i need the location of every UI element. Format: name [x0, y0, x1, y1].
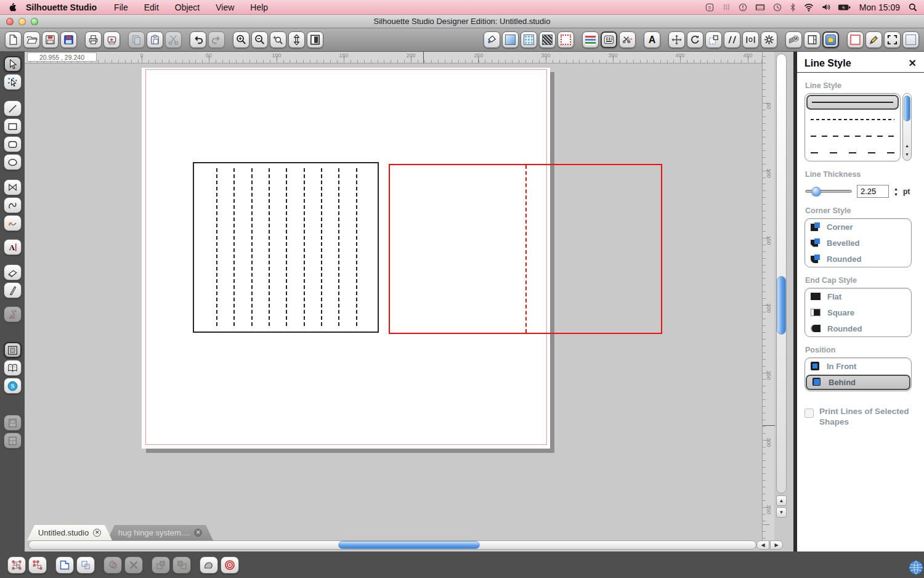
position-option-behind[interactable]: Behind	[806, 375, 910, 390]
paste-button[interactable]	[147, 31, 163, 48]
fit-to-page-button[interactable]	[307, 31, 323, 48]
scroll-left-button[interactable]: ◀	[756, 540, 769, 550]
point-edit-tool[interactable]	[4, 74, 22, 90]
sketch-pen-button[interactable]	[865, 31, 882, 48]
weld-button[interactable]	[103, 556, 122, 574]
line-tool[interactable]	[4, 100, 22, 116]
shear-button[interactable]	[724, 31, 740, 48]
vertical-scrollbar-thumb[interactable]	[777, 276, 786, 335]
store-tab[interactable]: S	[4, 378, 22, 394]
pan-button[interactable]	[288, 31, 305, 48]
thickness-slider[interactable]	[805, 190, 852, 193]
scroll-down-button[interactable]: ▼	[776, 507, 787, 518]
menu-object[interactable]: Object	[175, 2, 200, 12]
corner-option-rounded[interactable]: Rounded	[805, 251, 911, 267]
menu-help[interactable]: Help	[250, 2, 268, 12]
redo-button[interactable]	[208, 31, 225, 48]
fill-gradient-button[interactable]	[502, 31, 519, 48]
stepper-up-icon[interactable]: ▲	[894, 187, 898, 191]
line-style-option-dash-long[interactable]	[805, 144, 900, 161]
copy-button[interactable]	[128, 31, 145, 48]
modify-button[interactable]	[761, 31, 777, 48]
fill-pattern-button[interactable]	[521, 31, 537, 48]
fill-color-button[interactable]	[484, 31, 500, 48]
horizontal-scrollbar-thumb[interactable]	[338, 541, 480, 549]
library-tab[interactable]	[4, 360, 22, 376]
panel-close-icon[interactable]: ✕	[909, 57, 917, 69]
display-icon[interactable]	[755, 2, 766, 12]
list-scroll-up-icon[interactable]: ▲	[903, 142, 911, 150]
registration-marks-button[interactable]	[884, 31, 901, 48]
columns-icon[interactable]	[721, 2, 731, 12]
print-lines-checkbox[interactable]	[804, 409, 814, 418]
send-to-silhouette-button[interactable]	[103, 31, 120, 48]
thickness-slider-thumb[interactable]	[811, 187, 821, 197]
red-dashed-fold-line[interactable]	[525, 165, 527, 333]
freehand-tool[interactable]	[4, 215, 22, 231]
alert-icon[interactable]	[738, 2, 748, 12]
menu-view[interactable]: View	[216, 2, 234, 12]
advanced-pattern-button[interactable]	[539, 31, 556, 48]
line-style-option-dash-medium[interactable]	[805, 128, 900, 144]
preferences-button[interactable]	[804, 31, 821, 48]
canvas-workspace[interactable]: 0 50 100 150 200 250 300 350 400 450 20.…	[25, 52, 793, 552]
globe-icon[interactable]	[907, 559, 923, 577]
corner-option-corner[interactable]: Corner	[805, 219, 911, 235]
wifi-icon[interactable]	[803, 2, 814, 12]
group-button[interactable]	[7, 556, 26, 574]
end-cap-option-rounded[interactable]: Rounded	[805, 320, 911, 336]
send-backward-button[interactable]	[172, 556, 191, 574]
new-document-button[interactable]	[5, 31, 22, 48]
battery-icon[interactable]	[838, 3, 851, 12]
modify-tool[interactable]	[4, 306, 22, 322]
save-button[interactable]	[42, 31, 59, 48]
shape-black-rectangle[interactable]	[193, 162, 379, 333]
tab-close-icon[interactable]: ✕	[93, 529, 101, 537]
delete-button[interactable]	[124, 556, 143, 574]
end-cap-option-square[interactable]: Square	[805, 304, 911, 320]
scale-button[interactable]	[705, 31, 722, 48]
text-style-button[interactable]: A	[644, 31, 660, 48]
menu-edit[interactable]: Edit	[144, 2, 159, 12]
page-tools-tab[interactable]	[4, 342, 22, 358]
corner-option-bevelled[interactable]: Bevelled	[805, 235, 911, 251]
release-compound-path-button[interactable]	[76, 556, 95, 574]
drag-zoom-button[interactable]	[270, 31, 286, 48]
spotlight-search-icon[interactable]	[908, 2, 918, 12]
thickness-value-field[interactable]	[857, 185, 889, 198]
tab-untitled[interactable]: Untitled.studio ✕	[27, 525, 112, 540]
list-scrollbar-thumb[interactable]	[904, 96, 910, 121]
menu-clock[interactable]: Mon 15:09	[859, 2, 900, 12]
zoom-out-button[interactable]	[251, 31, 268, 48]
offset-button[interactable]	[200, 556, 218, 574]
volume-icon[interactable]	[821, 2, 831, 12]
select-tool[interactable]	[4, 56, 22, 72]
text-tool[interactable]: A	[4, 239, 22, 255]
line-style-button[interactable]	[601, 31, 617, 48]
app-menu-title[interactable]: Silhouette Studio	[26, 2, 97, 12]
ellipse-tool[interactable]	[4, 154, 22, 170]
page-panel-tool[interactable]	[4, 415, 22, 431]
tab-close-icon[interactable]: ✕	[194, 529, 202, 537]
transform-button[interactable]	[668, 31, 685, 48]
rectangle-tool[interactable]	[4, 118, 22, 134]
rotate-button[interactable]	[687, 31, 703, 48]
scroll-up-button[interactable]: ▲	[776, 495, 787, 506]
line-style-option-dash-small[interactable]	[805, 111, 900, 128]
grid-settings-button[interactable]	[902, 31, 919, 48]
bluetooth-icon[interactable]	[789, 2, 796, 12]
scroll-right-button[interactable]: ▶	[770, 540, 783, 550]
print-button[interactable]	[85, 31, 102, 48]
tab-hug-hinge-system[interactable]: hug hinge system.... ✕	[107, 525, 213, 540]
polygon-tool[interactable]	[4, 179, 22, 195]
media-layout-button[interactable]	[822, 31, 839, 48]
trace-button[interactable]: M	[785, 31, 802, 48]
knife-tool[interactable]	[4, 282, 22, 298]
sketch-fill-button[interactable]	[557, 31, 574, 48]
ungroup-button[interactable]	[28, 556, 47, 574]
end-cap-option-flat[interactable]: Flat	[805, 288, 911, 304]
zoom-in-button[interactable]	[233, 31, 249, 48]
trace-highlight-button[interactable]	[221, 556, 239, 574]
line-style-list-scrollbar[interactable]: ▲ ▼	[902, 93, 912, 161]
bring-forward-button[interactable]	[152, 556, 170, 574]
